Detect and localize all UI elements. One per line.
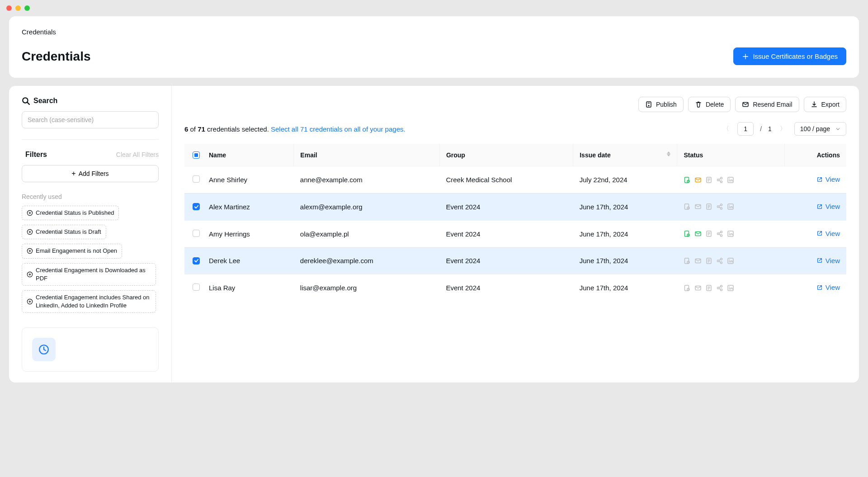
share-status-icon <box>716 203 723 210</box>
view-label: View <box>826 175 840 183</box>
status-icons <box>684 176 778 184</box>
publish-icon <box>645 101 652 108</box>
view-link[interactable]: View <box>816 175 840 183</box>
view-link[interactable]: View <box>816 230 840 237</box>
delete-button[interactable]: Delete <box>688 97 731 112</box>
share-status-icon <box>716 257 723 264</box>
chip-label: Credential Status is Draft <box>36 228 101 236</box>
plus-circle-icon <box>27 271 33 278</box>
recent-filter-chip[interactable]: Email Engagement is not Open <box>22 244 122 258</box>
chip-label: Credential Engagement includes Shared on… <box>36 293 151 310</box>
plus-icon: + <box>71 170 75 177</box>
publish-button[interactable]: Publish <box>638 97 684 112</box>
cell-group: Creek Medical School <box>439 166 573 194</box>
publish-label: Publish <box>656 101 677 108</box>
table-row: Alex Martinezalexm@example.orgEvent 2024… <box>184 194 846 221</box>
current-page-input[interactable]: 1 <box>737 122 754 136</box>
minimize-window-icon[interactable] <box>15 5 21 11</box>
cell-name: Amy Herrings <box>203 220 294 247</box>
resend-email-button[interactable]: Resend Email <box>735 97 799 112</box>
select-all-checkbox[interactable] <box>193 151 200 159</box>
row-checkbox[interactable] <box>193 175 200 183</box>
search-heading-label: Search <box>33 97 57 105</box>
cert-status-icon <box>684 257 691 264</box>
cert-status-icon <box>684 176 691 184</box>
view-link[interactable]: View <box>816 203 840 210</box>
table-row: Anne Shirleyanne@example.comCreek Medica… <box>184 166 846 194</box>
cell-email: anne@example.com <box>294 166 440 194</box>
cert-status-icon <box>684 284 691 292</box>
view-link[interactable]: View <box>816 283 840 291</box>
chip-label: Credential Engagement is Downloaded as P… <box>36 266 151 283</box>
mail-status-icon <box>694 257 702 264</box>
recent-filter-chip[interactable]: Credential Status is Published <box>22 206 119 220</box>
doc-status-icon <box>705 176 712 184</box>
col-group[interactable]: Group <box>439 144 573 166</box>
per-page-select[interactable]: 100 / page <box>794 122 846 136</box>
row-checkbox[interactable] <box>193 257 200 264</box>
view-link[interactable]: View <box>816 257 840 264</box>
filters-heading-label: Filters <box>25 151 47 159</box>
cell-issue-date: June 17th, 2024 <box>573 247 677 274</box>
sort-icon <box>667 151 670 156</box>
next-page-button[interactable]: 〉 <box>778 123 788 135</box>
row-checkbox[interactable] <box>193 230 200 237</box>
mail-status-icon <box>694 203 702 210</box>
recent-filter-chip[interactable]: Credential Status is Draft <box>22 225 106 239</box>
plus-icon <box>742 53 749 60</box>
row-checkbox[interactable] <box>193 203 200 210</box>
content-area: Publish Delete Resend Email Export 6 of … <box>172 86 859 383</box>
cell-issue-date: June 17th, 2024 <box>573 220 677 247</box>
trash-icon <box>695 101 702 108</box>
row-checkbox[interactable] <box>193 283 200 291</box>
mail-status-icon <box>694 284 702 292</box>
chip-label: Email Engagement is not Open <box>36 247 117 255</box>
plus-circle-icon <box>27 210 33 216</box>
share-status-icon <box>716 230 723 237</box>
search-input[interactable] <box>22 111 159 128</box>
add-filters-label: Add Filters <box>79 170 109 177</box>
maximize-window-icon[interactable] <box>24 5 30 11</box>
resend-label: Resend Email <box>753 101 792 108</box>
plus-circle-icon <box>27 248 33 254</box>
prev-page-button[interactable]: 〈 <box>721 123 731 135</box>
plus-circle-icon <box>27 229 33 235</box>
view-label: View <box>826 257 840 264</box>
table-row: Lisa Raylisar@example.orgEvent 2024June … <box>184 274 846 302</box>
per-page-label: 100 / page <box>800 125 830 132</box>
col-status[interactable]: Status <box>677 144 785 166</box>
cell-group: Event 2024 <box>439 194 573 221</box>
download-icon <box>811 101 818 108</box>
doc-status-icon <box>705 257 712 264</box>
view-label: View <box>826 283 840 291</box>
linkedin-status-icon <box>727 284 734 292</box>
header-card: Credentials Credentials Issue Certificat… <box>9 16 859 78</box>
col-email[interactable]: Email <box>294 144 440 166</box>
add-filters-button[interactable]: + Add Filters <box>22 165 159 182</box>
issue-button-label: Issue Certificates or Badges <box>753 52 838 60</box>
delete-label: Delete <box>706 101 724 108</box>
col-name[interactable]: Name <box>203 144 294 166</box>
clear-all-filters-link[interactable]: Clear All Filters <box>116 151 159 158</box>
recent-filter-chip[interactable]: Credential Engagement includes Shared on… <box>22 290 156 313</box>
linkedin-status-icon <box>727 230 734 237</box>
linkedin-status-icon <box>727 176 734 184</box>
cell-group: Event 2024 <box>439 274 573 302</box>
cell-group: Event 2024 <box>439 220 573 247</box>
linkedin-status-icon <box>727 257 734 264</box>
col-issue-date[interactable]: Issue date <box>573 144 677 166</box>
linkedin-status-icon <box>727 203 734 210</box>
plus-circle-icon <box>27 298 33 305</box>
cell-issue-date: June 17th, 2024 <box>573 274 677 302</box>
search-icon <box>22 97 30 105</box>
share-status-icon <box>716 176 723 184</box>
cell-issue-date: July 22nd, 2024 <box>573 166 677 194</box>
mail-status-icon <box>694 176 702 184</box>
issue-certificates-button[interactable]: Issue Certificates or Badges <box>733 47 846 65</box>
export-button[interactable]: Export <box>804 97 846 112</box>
close-window-icon[interactable] <box>6 5 12 11</box>
select-all-link[interactable]: Select all 71 credentials on all of your… <box>271 125 406 133</box>
recent-filter-chip[interactable]: Credential Engagement is Downloaded as P… <box>22 263 156 286</box>
selection-summary: 6 of 71 credentials selected. Select all… <box>184 125 406 133</box>
doc-status-icon <box>705 284 712 292</box>
